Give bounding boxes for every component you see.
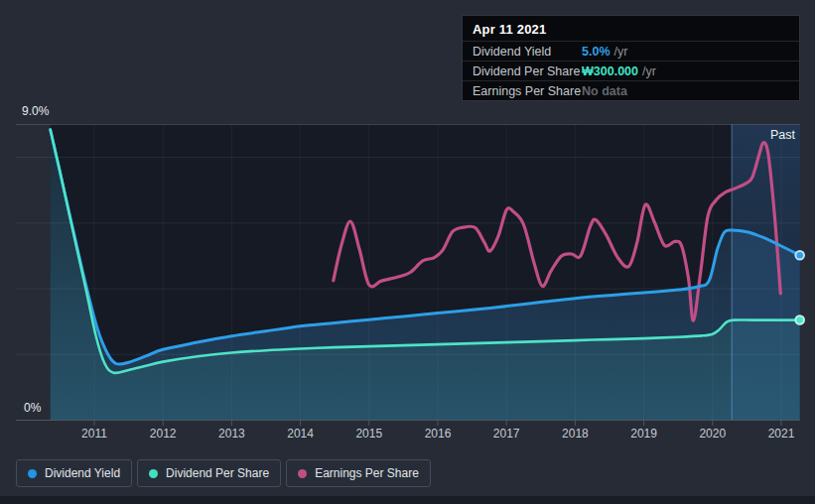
tooltip-row-earnings-per-share: Earnings Per Share No data — [463, 80, 799, 100]
x-axis-label: 2019 — [630, 427, 657, 441]
y-axis-max-label: 9.0% — [22, 104, 50, 118]
x-axis-label: 2016 — [425, 427, 452, 441]
legend-dot-icon — [28, 469, 37, 478]
y-axis-min-label: 0% — [24, 401, 42, 415]
x-axis-label: 2015 — [355, 427, 382, 441]
legend-item-label: Earnings Per Share — [315, 466, 419, 480]
x-axis-label: 2020 — [699, 427, 726, 441]
x-axis-label: 2012 — [150, 427, 177, 441]
legend-dot-icon — [298, 469, 307, 478]
tooltip-value: 5.0% — [582, 45, 611, 59]
x-axis-label: 2021 — [768, 427, 795, 441]
past-region — [732, 125, 800, 421]
legend-item-label: Dividend Yield — [45, 466, 120, 480]
x-axis-label: 2014 — [287, 427, 314, 441]
tooltip-date: Apr 11 2021 — [463, 16, 799, 41]
tooltip-value-suffix: /yr — [642, 64, 656, 78]
tooltip-value-suffix: /yr — [614, 45, 628, 59]
chart-legend: Dividend YieldDividend Per ShareEarnings… — [16, 459, 431, 487]
tooltip-label: Dividend Per Share — [463, 64, 582, 78]
x-axis-label: 2011 — [81, 427, 107, 441]
legend-item-label: Dividend Per Share — [166, 466, 269, 480]
tooltip-value: ₩300.000 — [582, 64, 638, 78]
x-axis-label: 2017 — [493, 427, 520, 441]
tooltip-label: Earnings Per Share — [463, 84, 582, 98]
x-axis-label: 2018 — [562, 427, 589, 441]
x-axis-label: 2013 — [218, 427, 245, 441]
footer-strip — [0, 496, 815, 504]
legend-item-dividend-yield[interactable]: Dividend Yield — [16, 459, 132, 487]
legend-dot-icon — [149, 469, 158, 478]
tooltip-label: Dividend Yield — [463, 45, 582, 59]
dividend-yield-end-dot — [795, 251, 804, 260]
past-region-label: Past — [770, 128, 796, 142]
legend-item-earnings-per-share[interactable]: Earnings Per Share — [286, 459, 431, 487]
chart-tooltip: Apr 11 2021 Dividend Yield 5.0% /yr Divi… — [462, 15, 800, 101]
tooltip-row-dividend-per-share: Dividend Per Share ₩300.000 /yr — [463, 61, 799, 80]
tooltip-row-dividend-yield: Dividend Yield 5.0% /yr — [463, 41, 799, 61]
tooltip-value: No data — [582, 84, 627, 98]
dividend-per-share-end-dot — [795, 315, 804, 324]
dividend-chart-page: 2011201220132014201520162017201820192020… — [0, 0, 815, 504]
legend-item-dividend-per-share[interactable]: Dividend Per Share — [137, 459, 281, 487]
